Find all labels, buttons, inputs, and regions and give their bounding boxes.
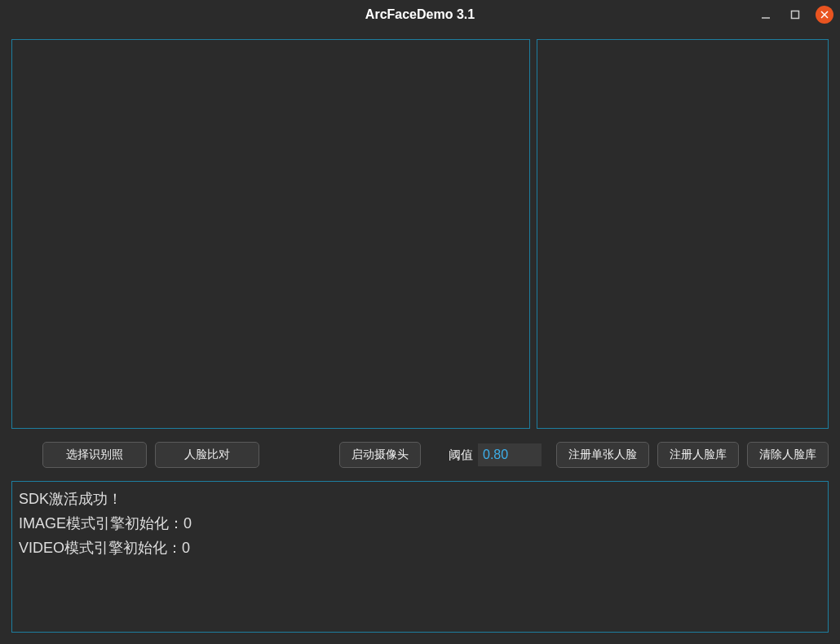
clear-face-library-button[interactable]: 清除人脸库 <box>747 442 829 468</box>
select-photo-button[interactable]: 选择识别照 <box>42 442 147 468</box>
threshold-label: 阈值 <box>449 448 473 463</box>
minimize-icon <box>761 10 771 20</box>
log-line: SDK激活成功！ <box>19 487 821 511</box>
register-face-library-button[interactable]: 注册人脸库 <box>657 442 739 468</box>
minimize-button[interactable] <box>757 6 775 24</box>
maximize-button[interactable] <box>786 6 804 24</box>
titlebar: ArcFaceDemo 3.1 <box>0 0 840 29</box>
window-title: ArcFaceDemo 3.1 <box>365 7 475 22</box>
threshold-input[interactable] <box>478 443 542 466</box>
register-single-face-button[interactable]: 注册单张人脸 <box>556 442 649 468</box>
close-button[interactable] <box>816 6 833 24</box>
threshold-group: 阈值 <box>449 443 542 466</box>
preview-panels <box>11 39 829 429</box>
start-camera-button[interactable]: 启动摄像头 <box>339 442 421 468</box>
window-controls <box>757 6 833 24</box>
main-preview-panel <box>11 39 530 429</box>
log-line: VIDEO模式引擎初始化：0 <box>19 536 821 560</box>
content-area: 选择识别照 人脸比对 启动摄像头 阈值 注册单张人脸 注册人脸库 清除人脸库 S… <box>0 29 840 644</box>
log-output: SDK激活成功！ IMAGE模式引擎初始化：0 VIDEO模式引擎初始化：0 <box>11 481 829 633</box>
side-preview-panel <box>537 39 829 429</box>
toolbar: 选择识别照 人脸比对 启动摄像头 阈值 注册单张人脸 注册人脸库 清除人脸库 <box>11 439 829 471</box>
maximize-icon <box>790 10 800 20</box>
close-icon <box>820 11 829 19</box>
log-line: IMAGE模式引擎初始化：0 <box>19 511 821 536</box>
svg-rect-1 <box>792 11 799 19</box>
face-compare-button[interactable]: 人脸比对 <box>155 442 259 468</box>
